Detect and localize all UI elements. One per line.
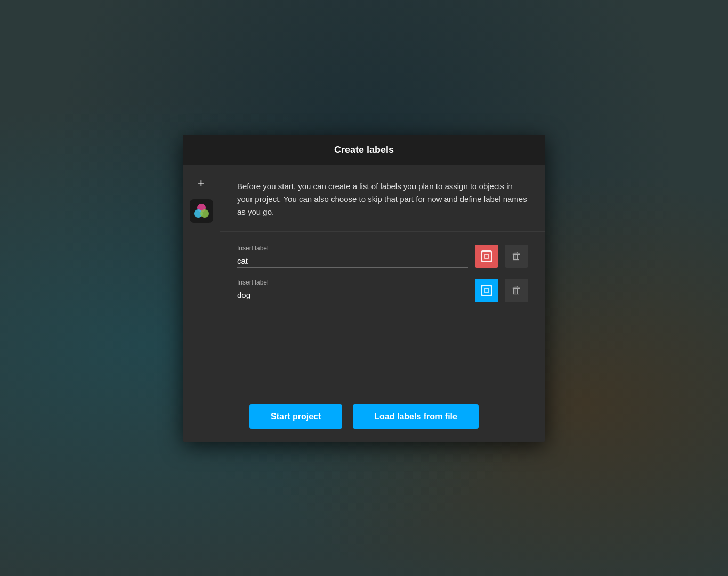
app-logo-button[interactable] xyxy=(190,199,213,223)
modal-header: Create labels xyxy=(183,135,545,165)
modal-backdrop: Create labels + Befo xyxy=(0,0,728,576)
label-row: Insert label 🗑 xyxy=(237,279,528,302)
trash-icon: 🗑 xyxy=(511,284,522,296)
label-input-label-1: Insert label xyxy=(237,245,468,252)
rectangle-icon xyxy=(481,285,492,296)
color-picker-button-1[interactable] xyxy=(475,245,498,268)
modal-footer: Start project Load labels from file xyxy=(183,392,545,442)
description-section: Before you start, you can create a list … xyxy=(220,165,545,232)
trash-icon: 🗑 xyxy=(511,250,522,262)
main-content: Before you start, you can create a list … xyxy=(220,165,545,392)
delete-label-button-1[interactable]: 🗑 xyxy=(505,245,528,268)
create-labels-modal: Create labels + Befo xyxy=(183,135,545,442)
sidebar: + xyxy=(183,165,220,392)
label-input-field-2[interactable] xyxy=(237,288,468,302)
label-input-group-1: Insert label xyxy=(237,245,468,268)
color-picker-button-2[interactable] xyxy=(475,279,498,302)
load-labels-button[interactable]: Load labels from file xyxy=(353,404,479,429)
label-input-group-2: Insert label xyxy=(237,279,468,302)
add-project-button[interactable]: + xyxy=(192,174,211,193)
labels-section: Insert label 🗑 Insert label xyxy=(220,232,545,392)
rectangle-icon xyxy=(481,250,492,262)
delete-label-button-2[interactable]: 🗑 xyxy=(505,279,528,302)
start-project-button[interactable]: Start project xyxy=(249,404,342,429)
label-input-label-2: Insert label xyxy=(237,279,468,286)
modal-title: Create labels xyxy=(334,144,394,155)
modal-body: + Before you start, you can create a lis… xyxy=(183,165,545,392)
svg-point-2 xyxy=(200,209,209,218)
description-text: Before you start, you can create a list … xyxy=(237,180,528,218)
label-input-field-1[interactable] xyxy=(237,254,468,268)
label-row: Insert label 🗑 xyxy=(237,245,528,268)
app-logo-icon xyxy=(192,202,211,220)
